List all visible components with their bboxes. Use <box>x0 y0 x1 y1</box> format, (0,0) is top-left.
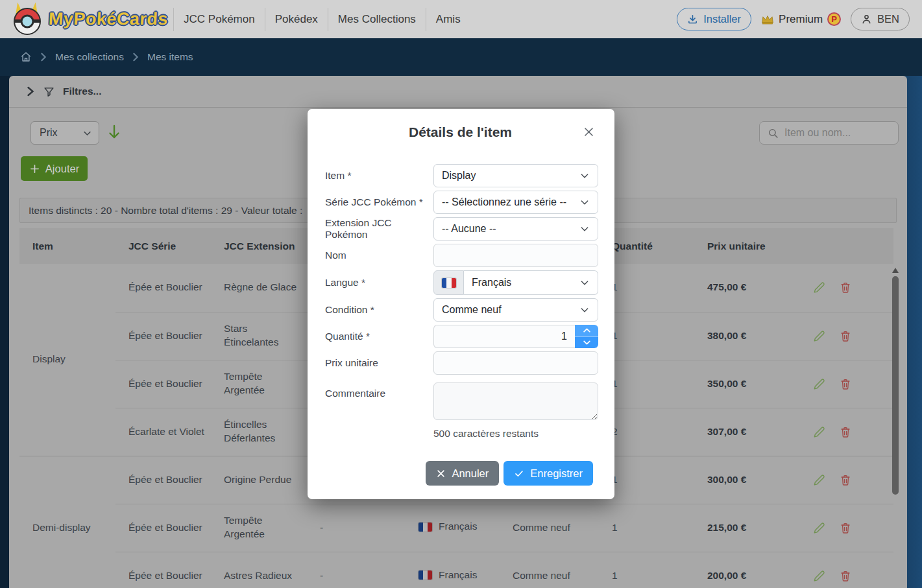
edit-pencil-icon <box>813 474 825 486</box>
quantity-increment-button[interactable] <box>575 325 598 337</box>
cell-actions <box>798 264 893 312</box>
chevron-right-icon <box>40 53 47 62</box>
save-button[interactable]: Enregistrer <box>503 461 593 486</box>
prix-unitaire-input[interactable] <box>433 351 598 375</box>
item-select[interactable]: Display <box>433 164 598 187</box>
quantite-input[interactable] <box>433 325 575 348</box>
trash-icon <box>840 378 851 390</box>
extension-select-value: -- Aucune -- <box>442 223 496 235</box>
commentaire-textarea[interactable] <box>433 382 598 420</box>
cell-serie: Épée et Bouclier <box>115 456 211 504</box>
langue-select[interactable]: Français <box>464 270 598 295</box>
sort-field-value: Prix <box>40 127 58 139</box>
cell-serie: Épée et Bouclier <box>115 552 211 588</box>
filters-toggle[interactable]: Filtres... <box>9 76 907 108</box>
langue-select-value: Français <box>472 277 511 288</box>
delete-row-button[interactable] <box>840 570 851 582</box>
install-button[interactable]: Installer <box>677 8 751 30</box>
edit-row-button[interactable] <box>813 330 825 342</box>
person-icon <box>861 14 872 25</box>
cell-extension: Astres Radieux <box>211 552 307 588</box>
cell-actions <box>798 312 893 360</box>
edit-pencil-icon <box>813 281 825 294</box>
breadcrumb: Mes collections Mes items <box>0 38 922 76</box>
cell-actions <box>798 504 893 552</box>
spinner-down-icon <box>583 339 591 346</box>
close-button[interactable] <box>579 122 598 141</box>
stats-text: Items distincts : 20 - Nombre total d'it… <box>29 205 302 217</box>
filters-label: Filtres... <box>63 86 101 97</box>
cell-serie: Écarlate et Violet <box>115 408 211 456</box>
extension-select[interactable]: -- Aucune -- <box>433 217 598 241</box>
delete-row-button[interactable] <box>840 426 851 438</box>
langue-label: Langue * <box>325 277 433 288</box>
breadcrumb-mes-items[interactable]: Mes items <box>147 51 193 63</box>
cancel-button[interactable]: Annuler <box>426 461 499 486</box>
add-item-button[interactable]: Ajouter <box>21 156 88 181</box>
french-flag <box>419 570 432 580</box>
trash-icon <box>840 474 851 486</box>
nav-link-amis[interactable]: Amis <box>426 13 470 26</box>
col-jcc-serie: JCC Série <box>115 228 211 264</box>
condition-select-value: Comme neuf <box>442 304 502 316</box>
nav-link-jcc-pokemon[interactable]: JCC Pokémon <box>174 13 265 26</box>
sort-direction-button[interactable] <box>106 123 122 144</box>
cell-quantite: 1 <box>599 504 694 552</box>
serie-label: Série JCC Pokémon * <box>325 196 433 208</box>
chevron-down-icon <box>579 197 590 207</box>
edit-row-button[interactable] <box>813 281 825 294</box>
close-icon <box>583 126 595 138</box>
search-icon <box>768 128 779 139</box>
scrollbar-thumb[interactable] <box>892 276 899 495</box>
cancel-label: Annuler <box>452 467 489 480</box>
quantite-label: Quantité * <box>325 331 433 342</box>
delete-row-button[interactable] <box>840 330 851 342</box>
chevron-down-icon <box>579 171 590 181</box>
search-input[interactable] <box>784 127 888 139</box>
delete-row-button[interactable] <box>840 378 851 390</box>
nav-link-pokedex[interactable]: Pokédex <box>265 13 328 26</box>
cell-nom: - <box>307 552 406 588</box>
breadcrumb-mes-collections[interactable]: Mes collections <box>55 51 124 63</box>
edit-row-button[interactable] <box>813 426 825 438</box>
search-box <box>759 121 899 145</box>
edit-row-button[interactable] <box>813 474 825 486</box>
quantity-decrement-button[interactable] <box>575 337 598 349</box>
delete-row-button[interactable] <box>840 522 851 534</box>
cell-prix: 307,00 € <box>694 408 798 456</box>
home-icon[interactable] <box>20 51 32 63</box>
col-actions <box>798 228 893 264</box>
serie-select[interactable]: -- Sélectionnez une série -- <box>433 191 598 214</box>
nav-link-mes-collections[interactable]: Mes Collections <box>328 13 426 26</box>
col-jcc-extension: JCC Extension <box>211 228 307 264</box>
delete-row-button[interactable] <box>840 281 851 294</box>
cell-actions <box>798 552 893 588</box>
edit-row-button[interactable] <box>813 378 825 390</box>
cell-extension: Étincelles Déferlantes <box>211 408 307 456</box>
scrollbar-up-arrow[interactable] <box>892 268 899 273</box>
chevron-down-icon <box>579 224 590 234</box>
cell-prix: 350,00 € <box>694 360 798 408</box>
item-details-modal: Détails de l'item Item * Display Série J… <box>308 109 614 499</box>
chevron-down-icon <box>579 277 590 288</box>
install-label: Installer <box>703 13 741 25</box>
edit-row-button[interactable] <box>813 570 825 582</box>
user-menu-button[interactable]: BEN <box>851 8 910 30</box>
cell-extension: Tempête Argentée <box>211 360 307 408</box>
edit-pencil-icon <box>813 426 825 438</box>
edit-pencil-icon <box>813 570 825 582</box>
characters-remaining-text: 500 caractères restants <box>433 428 598 440</box>
site-logo[interactable]: MyPokéCards <box>12 4 168 35</box>
prix-unitaire-label: Prix unitaire <box>325 357 433 369</box>
table-scrollbar[interactable] <box>892 266 900 588</box>
condition-select[interactable]: Comme neuf <box>433 298 598 322</box>
edit-row-button[interactable] <box>813 522 825 534</box>
sort-field-select[interactable]: Prix <box>30 121 99 145</box>
nom-input[interactable] <box>433 244 598 267</box>
arrow-down-icon <box>106 123 122 141</box>
edit-pencil-icon <box>813 378 825 390</box>
chevron-down-icon <box>579 305 590 315</box>
premium-link[interactable]: Premium P <box>761 12 841 26</box>
delete-row-button[interactable] <box>840 474 851 486</box>
premium-label: Premium <box>779 13 823 26</box>
